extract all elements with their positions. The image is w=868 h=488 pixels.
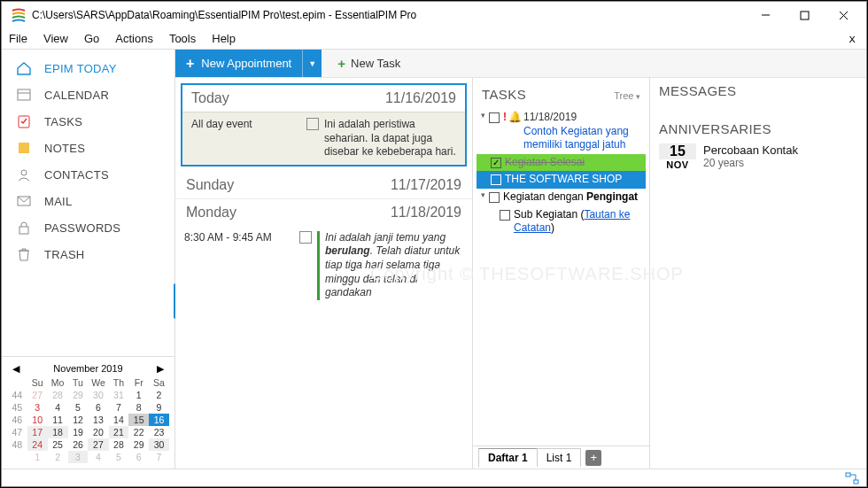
tasks-icon — [16, 113, 35, 129]
sidebar-item-label: CALENDAR — [44, 89, 109, 102]
menu-go[interactable]: Go — [84, 32, 99, 45]
titlebar[interactable]: C:\Users\SARS\AppData\Roaming\EssentialP… — [2, 2, 866, 28]
notes-icon — [16, 140, 35, 156]
sidebar-item-trash[interactable]: TRASH — [2, 241, 174, 267]
task-text: Sub Kegiatan (Tautan ke Catatan) — [514, 208, 644, 236]
day-block-sunday[interactable]: Sunday11/17/2019 — [175, 172, 472, 199]
minimize-button[interactable] — [746, 3, 785, 27]
day-block-monday[interactable]: Monday11/18/2019 — [175, 199, 472, 226]
task-item[interactable]: ▾ ! 🔔 11/18/2019Contoh Kegiatan yang mem… — [477, 109, 646, 154]
app-logo-icon — [11, 7, 27, 23]
task-checkbox[interactable] — [489, 112, 500, 123]
plus-icon: + — [337, 56, 345, 71]
nav-list: EPIM TODAY CALENDAR TASKS NOTES CONTACTS — [2, 50, 174, 356]
sidebar-item-label: PASSWORDS — [44, 221, 120, 235]
window-title: C:\Users\SARS\AppData\Roaming\EssentialP… — [32, 9, 746, 21]
toolbar: +New Appointment ▼ +New Task — [175, 50, 866, 78]
mini-calendar[interactable]: ◀ November 2019 ▶ SuMoTuWeThFrSa 4427282… — [2, 356, 174, 469]
main: +New Appointment ▼ +New Task Today11/16/… — [175, 50, 866, 469]
anniversary-row[interactable]: 15 NOV Percobaan Kontak 20 years — [659, 143, 857, 170]
menu-view[interactable]: View — [43, 32, 68, 45]
tree-expand-icon[interactable]: ▾ — [478, 111, 487, 121]
sidebar-item-mail[interactable]: MAIL — [2, 188, 174, 214]
event-checkbox[interactable] — [306, 118, 319, 130]
sidebar-item-tasks[interactable]: TASKS — [2, 108, 174, 135]
event-desc: Ini adalah janji temu yang berulang. Tel… — [325, 231, 463, 300]
agenda-column: Today11/16/2019 All day event Ini adalah… — [175, 78, 473, 469]
anniversaries-panel: ANNIVERSARIES 15 NOV Percobaan Kontak 20… — [659, 121, 857, 170]
sidebar-item-notes[interactable]: NOTES — [2, 135, 174, 161]
sidebar-item-label: CONTACTS — [44, 168, 109, 182]
network-status-icon[interactable] — [845, 472, 859, 484]
svg-rect-12 — [854, 480, 858, 484]
sidebar-item-passwords[interactable]: PASSWORDS — [2, 214, 174, 241]
contacts-icon — [16, 167, 35, 182]
task-item[interactable]: ▾ Kegiatan dengan Pengingat — [477, 189, 646, 206]
new-appointment-dropdown[interactable]: ▼ — [302, 50, 322, 77]
anniversary-age: 20 years — [703, 157, 798, 169]
menubar: File View Go Actions Tools Help x — [2, 28, 866, 50]
task-item-done[interactable]: ✓ Kegiatan Selesai — [477, 154, 646, 172]
plus-icon: + — [186, 56, 194, 72]
task-tab[interactable]: Daftar 1 — [478, 448, 538, 467]
task-text: 11/18/2019Contoh Kegiatan yang memiliki … — [523, 111, 644, 152]
app-window: C:\Users\SARS\AppData\Roaming\EssentialP… — [1, 1, 867, 487]
new-appointment-button[interactable]: +New Appointment — [175, 50, 302, 77]
maximize-button[interactable] — [785, 3, 824, 27]
event-time: All day event — [191, 118, 306, 159]
task-item[interactable]: Sub Kegiatan (Tautan ke Catatan) — [477, 206, 646, 237]
day-date: 11/16/2019 — [385, 90, 456, 106]
day-title: Today — [191, 90, 229, 106]
sidebar-item-calendar[interactable]: CALENDAR — [2, 81, 174, 108]
new-task-button[interactable]: +New Task — [327, 50, 411, 77]
anniversary-name: Percobaan Kontak — [703, 143, 798, 157]
new-appointment-label: New Appointment — [201, 57, 291, 70]
task-checkbox[interactable]: ✓ — [491, 158, 501, 168]
recurring-marker-icon — [317, 231, 320, 300]
task-checkbox[interactable] — [491, 174, 501, 185]
menubar-close-icon[interactable]: x — [849, 32, 856, 45]
task-text: THE SOFTWARE SHOP — [505, 173, 644, 187]
svg-rect-11 — [846, 473, 850, 476]
mail-icon — [16, 193, 35, 209]
menu-actions[interactable]: Actions — [115, 32, 153, 45]
sidebar-item-epim-today[interactable]: EPIM TODAY — [2, 55, 174, 81]
prev-month-button[interactable]: ◀ — [9, 363, 23, 375]
menu-help[interactable]: Help — [212, 32, 236, 45]
svg-rect-10 — [19, 227, 28, 234]
calendar-icon — [16, 87, 35, 103]
task-text: Kegiatan Selesai — [505, 156, 644, 170]
event-row[interactable]: 8:30 AM - 9:45 AM Ini adalah janji temu … — [175, 226, 472, 306]
task-checkbox[interactable] — [500, 210, 510, 221]
reminder-icon: 🔔 — [508, 111, 522, 125]
task-item-selected[interactable]: THE SOFTWARE SHOP — [477, 171, 646, 189]
mini-calendar-title: November 2019 — [53, 363, 122, 374]
new-task-label: New Task — [351, 57, 400, 70]
task-checkbox[interactable] — [489, 192, 500, 203]
sidebar-item-contacts[interactable]: CONTACTS — [2, 161, 174, 188]
event-checkbox[interactable] — [299, 231, 312, 244]
event-row[interactable]: All day event Ini adalah peristiwa sehar… — [182, 112, 465, 165]
svg-point-8 — [21, 170, 27, 175]
day-title: Monday — [186, 205, 236, 221]
svg-rect-1 — [801, 12, 809, 19]
right-column: MESSAGES ANNIVERSARIES 15 NOV Percobaan … — [650, 78, 866, 469]
messages-panel: MESSAGES — [659, 83, 857, 105]
mini-calendar-grid[interactable]: SuMoTuWeThFrSa 44272829303112 453456789 … — [7, 376, 169, 463]
tasks-view-toggle[interactable]: Tree — [614, 90, 640, 101]
menu-tools[interactable]: Tools — [169, 32, 196, 45]
sidebar-item-label: EPIM TODAY — [44, 62, 117, 75]
close-button[interactable] — [824, 3, 863, 27]
menu-file[interactable]: File — [9, 32, 27, 45]
next-month-button[interactable]: ▶ — [153, 363, 167, 375]
task-tab[interactable]: List 1 — [537, 448, 582, 467]
task-list: ▾ ! 🔔 11/18/2019Contoh Kegiatan yang mem… — [473, 109, 649, 445]
day-date: 11/17/2019 — [391, 177, 461, 193]
day-block-today[interactable]: Today11/16/2019 All day event Ini adalah… — [181, 83, 467, 167]
body: EPIM TODAY CALENDAR TASKS NOTES CONTACTS — [2, 50, 866, 469]
task-tabs: Daftar 1 List 1 + — [473, 445, 649, 469]
add-tab-button[interactable]: + — [585, 450, 601, 466]
day-date: 11/18/2019 — [391, 205, 461, 221]
tree-expand-icon[interactable]: ▾ — [478, 190, 487, 201]
statusbar — [2, 469, 866, 486]
